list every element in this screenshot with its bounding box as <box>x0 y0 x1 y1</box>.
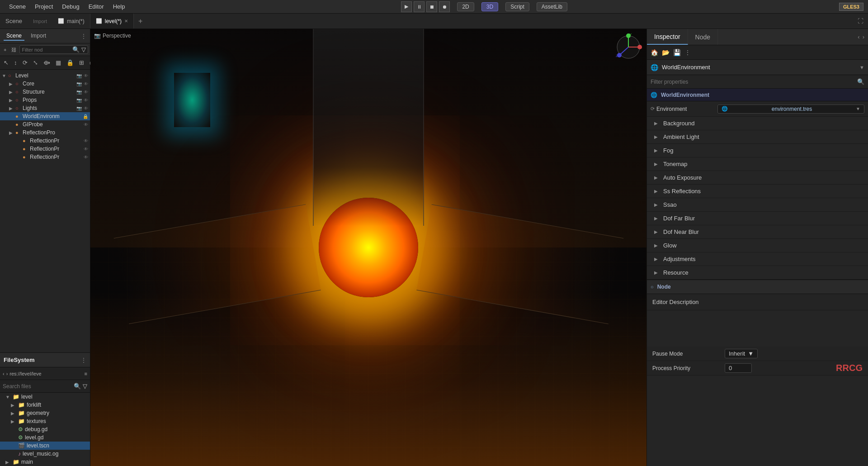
fs-item-levelgd[interactable]: ⚙ level.gd <box>0 433 90 442</box>
prop-label-adj: Adjustments <box>663 256 696 262</box>
insp-save-icon[interactable]: 💾 <box>673 49 681 56</box>
fs-item-geometry[interactable]: ▶ 📁 geometry <box>0 409 90 417</box>
fs-title: FileSystem <box>4 357 35 363</box>
tree-item-giprobe[interactable]: ● GIProbe 👁 <box>0 120 90 128</box>
play-button[interactable]: ▶ <box>401 1 412 12</box>
prop-auto-exposure[interactable]: ▶ Auto Exposure <box>647 171 868 185</box>
tree-item-core[interactable]: ▶ ○ Core 📷 👁 <box>0 80 90 88</box>
panel-more-icon[interactable]: ⋮ <box>81 33 86 39</box>
add-tab-button[interactable]: + <box>134 17 147 25</box>
tree-item-reflectionpro[interactable]: ▶ ● ReflectionPro <box>0 128 90 137</box>
pause-button[interactable]: ⏸ <box>414 1 425 12</box>
tb2-move-btn[interactable]: ↕ <box>12 58 19 67</box>
fs-item-leveltscn[interactable]: 🎬 level.tscn <box>0 442 90 450</box>
tab-level[interactable]: ⬜ level(*) ✕ <box>90 14 134 29</box>
tb2-grid-btn[interactable]: ▦ <box>54 58 63 67</box>
insp-nav-right-icon[interactable]: › <box>863 33 864 40</box>
breadcrumb-back-icon[interactable]: ‹ <box>3 371 5 376</box>
prop-background[interactable]: ▶ Background <box>647 117 868 130</box>
mode-2d-button[interactable]: 2D <box>457 2 474 11</box>
node-tab[interactable]: Node <box>688 29 718 45</box>
fs-item-main[interactable]: ▶ 📁 main <box>0 458 90 466</box>
menu-help[interactable]: Help <box>108 3 130 10</box>
breadcrumb-menu-icon[interactable]: ≡ <box>85 371 87 376</box>
fs-item-level[interactable]: ▼ 📁 level <box>0 393 90 401</box>
pause-mode-dropdown[interactable]: Inherit ▼ <box>725 349 758 358</box>
prop-tonemap[interactable]: ▶ Tonemap <box>647 157 868 171</box>
breadcrumb-path: res://level/leve <box>9 371 41 376</box>
scene-tab-label[interactable]: Scene <box>0 18 28 24</box>
tree-label-core: Core <box>23 81 76 87</box>
insp-more-icon[interactable]: ⋮ <box>684 49 691 56</box>
filter-input[interactable] <box>22 47 71 52</box>
script-button[interactable]: Script <box>505 2 529 11</box>
insp-home-icon[interactable]: 🏠 <box>651 49 658 56</box>
fs-filter-icon[interactable]: ▽ <box>83 383 87 390</box>
process-priority-value[interactable]: 0 <box>725 363 752 373</box>
prop-resource[interactable]: ▶ Resource <box>647 266 868 280</box>
stop-button[interactable]: ⏹ <box>426 1 437 12</box>
viewport-area[interactable]: 📷 Perspective X Y Z <box>90 29 646 466</box>
fs-item-levelmusic[interactable]: ♪ level_music.og <box>0 450 90 458</box>
tb2-scale-btn[interactable]: ⤡ <box>31 58 40 67</box>
assetlib-button[interactable]: AssetLib <box>537 2 567 11</box>
world-environment-selector[interactable]: 🌐 WorldEnvironment ▼ <box>647 60 868 75</box>
tree-item-props[interactable]: ▶ ○ Props 📷 👁 <box>0 96 90 104</box>
filter-search-icon: 🔍 <box>72 46 80 53</box>
tb2-snap-btn[interactable]: ⟴ <box>42 58 52 67</box>
fs-item-textures[interactable]: ▶ 📁 textures <box>0 417 90 425</box>
menu-debug[interactable]: Debug <box>57 3 84 10</box>
tree-item-rp2[interactable]: ● ReflectionPr 👁 <box>0 145 90 153</box>
fs-file-icon-debuggd: ⚙ <box>18 426 23 433</box>
prop-arrow-ssr: ▶ <box>654 189 660 194</box>
tb2-select-btn[interactable]: ↖ <box>2 58 10 67</box>
prop-ambient-light[interactable]: ▶ Ambient Light <box>647 130 868 144</box>
filter-properties-input[interactable] <box>651 79 854 85</box>
menu-scene[interactable]: Scene <box>5 3 30 10</box>
tree-item-rp3[interactable]: ● ReflectionPr 👁 <box>0 153 90 161</box>
import-tab[interactable]: Import <box>28 32 49 41</box>
prop-adjustments[interactable]: ▶ Adjustments <box>647 252 868 266</box>
prop-arrow-dnb: ▶ <box>654 229 660 234</box>
tree-item-worldenviron[interactable]: ● WorldEnvironm 🔒 <box>0 112 90 120</box>
menu-project[interactable]: Project <box>30 3 57 10</box>
prop-label-res: Resource <box>663 269 689 276</box>
filter-options-icon[interactable]: ▽ <box>81 46 86 53</box>
environment-value[interactable]: 🌐 environment.tres ▼ <box>717 105 864 114</box>
menu-editor[interactable]: Editor <box>84 3 108 10</box>
breadcrumb-forward-icon[interactable]: › <box>6 371 8 376</box>
instance-button[interactable]: ⛓ <box>9 46 18 53</box>
record-button[interactable]: ⏺ <box>439 1 450 12</box>
import-tab-label[interactable]: Import <box>28 19 52 24</box>
filter-properties-bar: 🔍 <box>647 75 868 89</box>
tree-item-structure[interactable]: ▶ ○ Structure 📷 👁 <box>0 88 90 96</box>
tb2-lock-btn[interactable]: 🔒 <box>65 58 75 67</box>
env-key-refresh-icon[interactable]: ⟳ <box>651 106 655 112</box>
prop-glow[interactable]: ▶ Glow <box>647 239 868 252</box>
prop-ss-reflections[interactable]: ▶ Ss Reflections <box>647 185 868 198</box>
tab-main[interactable]: ⬜ main(*) <box>52 14 90 29</box>
fs-item-forklift[interactable]: ▶ 📁 forklift <box>0 401 90 409</box>
tab-close-button[interactable]: ✕ <box>124 19 128 24</box>
prop-fog[interactable]: ▶ Fog <box>647 144 868 157</box>
fs-more-icon[interactable]: ⋮ <box>81 357 86 363</box>
tree-item-lights[interactable]: ▶ ○ Lights 📷 👁 <box>0 104 90 112</box>
env-val-dropdown[interactable]: ▼ <box>856 106 860 111</box>
tree-item-level[interactable]: ▼ ○ Level 📷 👁 <box>0 71 90 80</box>
tree-item-rp1[interactable]: ● ReflectionPr 👁 <box>0 137 90 145</box>
tb2-rotate-btn[interactable]: ⟳ <box>21 58 29 67</box>
inspector-tab[interactable]: Inspector <box>647 29 688 45</box>
prop-dof-near-blur[interactable]: ▶ Dof Near Blur <box>647 225 868 239</box>
insp-folder-icon[interactable]: 📂 <box>662 49 670 56</box>
mode-3d-button[interactable]: 3D <box>481 2 498 11</box>
eye-icon-lights: 👁 <box>84 106 88 111</box>
fs-item-debuggd[interactable]: ⚙ debug.gd <box>0 425 90 433</box>
prop-dof-far-blur[interactable]: ▶ Dof Far Blur <box>647 212 868 225</box>
prop-ssao[interactable]: ▶ Ssao <box>647 198 868 212</box>
fs-search-input[interactable] <box>3 383 72 390</box>
scene-tab[interactable]: Scene <box>4 32 24 41</box>
tb2-other-btn[interactable]: ⊞ <box>77 58 86 67</box>
maximize-button[interactable]: ⛶ <box>853 18 868 24</box>
insp-nav-left-icon[interactable]: ‹ <box>858 33 859 40</box>
add-node-button[interactable]: + <box>2 46 8 53</box>
